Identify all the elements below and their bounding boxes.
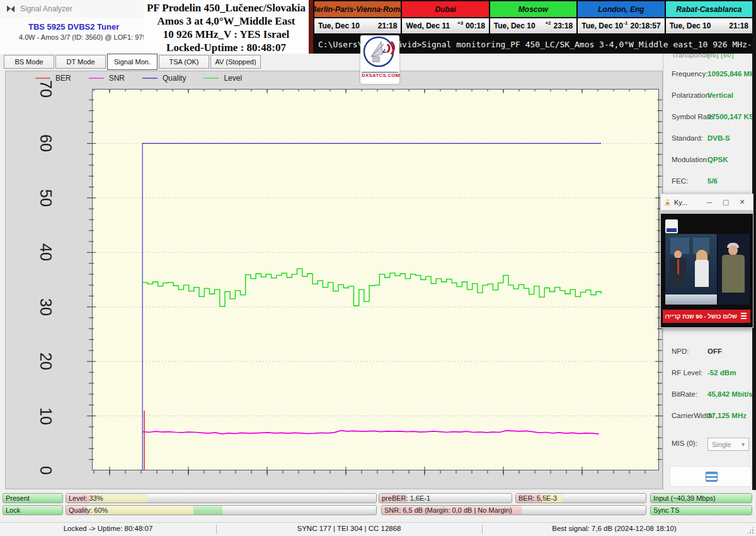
status-indicator-bars: Present Level: 33% preBER: 1,6E-1 BER: 5… [0, 491, 756, 522]
clock-berlin: Berlin-Paris-Vienna-Roma Tue, Dec 1021:1… [314, 1, 401, 35]
tab-av[interactable]: AV (Stopped) [210, 55, 261, 69]
sidebar-row-transponder: Transponder: [-6] [60] [663, 54, 753, 60]
clock-utc-offset: +2 [545, 20, 551, 26]
mis-dropdown[interactable]: Single ▼ [707, 438, 749, 451]
status-sync-counters: SYNC 177 | TEI 304 | CC 12868 [216, 525, 482, 532]
header-line-frequency: 10 926 MHz_V : YES Israel [144, 28, 309, 41]
clock-day: Tue, Dec 10 [494, 21, 536, 30]
signal-chart-panel: BER SNR Quality Level 010203040506070 [5, 71, 663, 489]
resize-grip[interactable] [747, 527, 754, 534]
clock-dubai: Dubai Wed, Dec 11+300:18 [402, 1, 488, 35]
tab-bs-mode[interactable]: BS Mode [4, 55, 54, 69]
clock-day: Tue, Dec 10 [670, 21, 711, 30]
channel-logo [665, 219, 678, 233]
minimize-button[interactable]: ─ [701, 199, 718, 206]
clock-time-row: Wed, Dec 11+300:18 [402, 18, 488, 33]
clock-city-label: Rabat-Casablanca [666, 1, 752, 17]
vlc-window-title: Ky... [674, 199, 687, 206]
clock-day: Wed, Dec 11 [406, 21, 450, 30]
tab-tsa[interactable]: TSA (OK) [159, 55, 209, 69]
series-level [142, 269, 601, 306]
y-axis-label: 10 [38, 397, 54, 435]
dxsatcs-logo-text: DXSATCS.COM [362, 72, 398, 78]
legend-item-snr: SNR [89, 74, 125, 83]
window-title: Signal Analyzer [20, 4, 72, 13]
clock-city-label: Dubai [402, 1, 488, 17]
y-axis-label: 30 [38, 288, 54, 326]
clock-time: 21:18 [378, 21, 398, 30]
chart-legend: BER SNR Quality Level [35, 74, 253, 83]
clock-city-label: Moscow [490, 1, 576, 17]
clock-time: 21:18 [729, 21, 748, 30]
clock-day: Tue, Dec 10 [318, 21, 360, 30]
snr-bar: SNR: 6,5 dB (Margin: 0,0 dB | No Margin) [381, 505, 646, 515]
clock-utc-offset: -1 [623, 20, 627, 26]
close-button[interactable]: ✕ [734, 198, 750, 206]
clock-moscow: Moscow Tue, Dec 10+223:18 [490, 1, 576, 35]
chevron-down-icon: ▼ [740, 441, 746, 448]
world-clocks: Berlin-Paris-Vienna-Roma Tue, Dec 1021:1… [313, 0, 753, 36]
ber-bar: BER: 5,5E-3 [515, 493, 646, 503]
anchor-woman-head [698, 252, 706, 260]
clock-time-row: Tue, Dec 10+223:18 [490, 18, 576, 33]
guest-body [722, 255, 745, 293]
plot-border [93, 90, 659, 470]
news-scene [665, 234, 750, 305]
clock-time: 00:18 [466, 21, 485, 30]
video-content[interactable]: שלום כושל - 90 שנת קריירה עיתונאית [661, 214, 753, 327]
header-line-uptime: Locked-Uptime : 80:48:07 [144, 41, 309, 54]
mis-selected-value: Single [712, 441, 731, 448]
mode-tabs: BS Mode DT Mode Signal Mon. TSA (OK) AV … [4, 55, 261, 70]
clock-time-row: Tue, Dec 1021:18 [666, 18, 752, 33]
tuner-name: TBS 5925 DVBS2 Tuner [28, 22, 119, 32]
mis-label: MIS (0): [672, 440, 697, 447]
ticker-text: שלום כושל - 90 שנת קריירה עיתונאית [665, 313, 737, 320]
present-indicator: Present [3, 493, 63, 503]
clock-time-row: Tue, Dec 10-120:18:57 [578, 18, 664, 33]
guest-head [728, 245, 738, 255]
header-line-location: PF Prodelin 450_Lučenec/Slovakia [144, 1, 309, 15]
header-line-satellite: Amos 3 at 4,0°W_Middle East [144, 15, 309, 28]
y-axis-label: 0 [38, 452, 54, 489]
y-axis-label: 70 [38, 70, 54, 108]
studio-desk [665, 294, 717, 305]
y-axis-label: 20 [38, 342, 54, 380]
legend-item-level: Level [203, 74, 242, 83]
legend-swatch-level [203, 78, 219, 79]
studio-scene [665, 234, 717, 305]
clock-utc-offset: +3 [457, 20, 463, 26]
series-quality [142, 143, 601, 470]
monitoring-header: PF Prodelin 450_Lučenec/Slovakia Amos 3 … [144, 0, 309, 54]
news-ticker: שלום כושל - 90 שנת קריירה עיתונאית [663, 310, 750, 323]
clock-time-row: Tue, Dec 1021:18 [314, 18, 401, 33]
ts-source-box[interactable] [670, 466, 752, 487]
input-indicator: Input (~40,39 Mbps) [650, 493, 752, 503]
bar-fill-segment [193, 506, 223, 515]
legend-item-quality: Quality [142, 74, 186, 83]
clock-day: Tue, Dec 10 [581, 21, 623, 30]
y-axis-label: 50 [38, 179, 54, 217]
vlc-cone-icon [663, 198, 672, 206]
maximize-button[interactable]: ▢ [718, 198, 734, 206]
clock-time: 23:18 [554, 21, 573, 30]
legend-swatch-snr [89, 78, 104, 79]
vlc-titlebar[interactable]: Ky... ─ ▢ ✕ [661, 194, 753, 210]
legend-label: BER [55, 74, 71, 83]
status-best-signal: Best signal: 7,6 dB (2024-12-08 18:10) [482, 525, 747, 532]
clock-time: 20:18:57 [631, 21, 661, 30]
dxsatcs-logo: DXSATCS.COM [360, 35, 399, 84]
y-axis-label: 40 [38, 233, 54, 271]
legend-swatch-quality [142, 78, 158, 79]
anchor-man-tie [677, 259, 679, 274]
clock-rabat: Rabat-Casablanca Tue, Dec 1021:18 [666, 1, 752, 35]
guest-scene [717, 234, 750, 305]
legend-label: SNR [109, 74, 125, 83]
syncts-indicator: Sync TS [650, 505, 752, 515]
tab-signal-mon[interactable]: Signal Mon. [107, 54, 158, 70]
preber-bar: preBER: 1,6E-1 [379, 493, 512, 503]
signal-chart [92, 89, 659, 470]
clock-city-label: London, Eng [578, 1, 664, 17]
clock-london: London, Eng Tue, Dec 10-120:18:57 [578, 1, 664, 35]
tab-dt-mode[interactable]: DT Mode [55, 55, 106, 69]
y-axis-label: 60 [38, 124, 54, 162]
